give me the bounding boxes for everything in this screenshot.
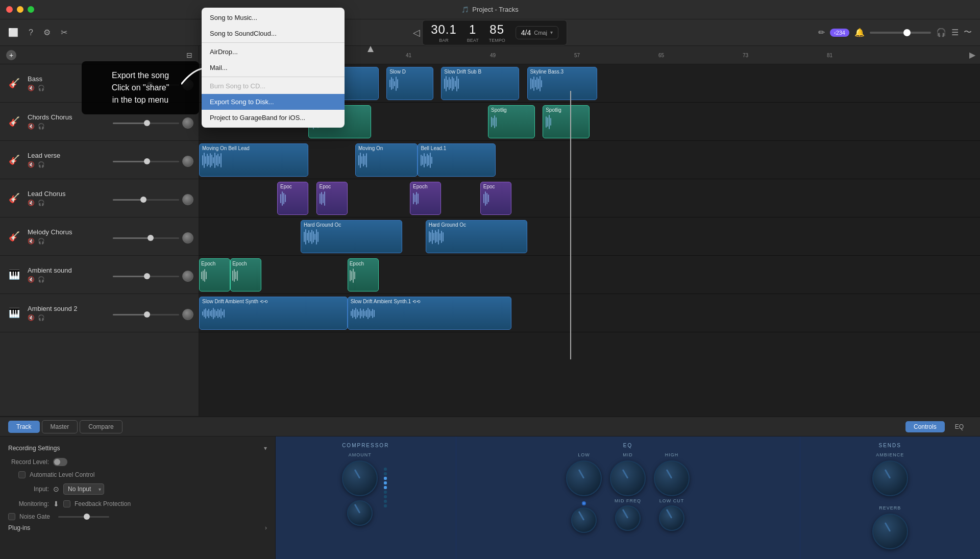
list-icon[interactable]: ☰ — [951, 28, 959, 37]
add-track-button[interactable]: + — [6, 50, 16, 60]
headphone-icon[interactable]: 🎧 — [38, 85, 45, 91]
clip[interactable]: Skyline Bass.3 — [527, 67, 598, 100]
clip[interactable]: Epoc — [277, 182, 308, 215]
headphone-icon[interactable]: 🎧 — [38, 314, 45, 321]
record-level-toggle[interactable] — [53, 458, 67, 466]
reverb-knob[interactable] — [872, 514, 908, 549]
clip[interactable]: Epoch — [348, 258, 379, 291]
track-item[interactable]: 🎸 Lead verse 🔇 🎧 — [0, 141, 199, 179]
level-slider-thumb[interactable] — [903, 29, 911, 36]
clip[interactable]: Slow Drift Sub B — [441, 67, 519, 100]
pan-knob[interactable] — [182, 194, 193, 205]
clip[interactable]: Epoch — [410, 182, 441, 215]
volume-slider[interactable] — [113, 161, 179, 162]
clip[interactable]: Slow D — [386, 67, 433, 100]
clip[interactable]: Spotlig — [488, 105, 535, 138]
compressor-amount-knob[interactable] — [342, 460, 378, 496]
track-item[interactable]: 🎸 Lead Chorus 🔇 🎧 — [0, 179, 199, 217]
pan-knob[interactable] — [182, 271, 193, 282]
input-icon[interactable]: ⊙ — [53, 485, 59, 493]
volume-slider[interactable] — [113, 237, 179, 239]
headphone-icon[interactable]: 🎧 — [38, 238, 45, 245]
back-icon[interactable]: ◁ — [413, 27, 420, 38]
waveform-icon[interactable]: 〜 — [964, 27, 972, 38]
compressor-small-knob[interactable] — [347, 500, 373, 526]
clip[interactable]: Moving On — [355, 143, 418, 177]
track-item[interactable]: 🎹 Ambient sound 2 🔇 🎧 — [0, 294, 199, 332]
scroll-right-icon[interactable]: ▶ — [965, 50, 980, 60]
mute-icon[interactable]: 🔇 — [28, 238, 35, 245]
tab-eq[interactable]: EQ — [947, 421, 972, 432]
clip[interactable]: Epoc — [480, 182, 511, 215]
clip[interactable]: Hard Ground Oc — [301, 220, 402, 253]
clip[interactable]: Moving On Bell Lead — [199, 143, 308, 177]
mute-icon[interactable]: 🔇 — [28, 161, 35, 168]
menu-item-export-disk[interactable]: Export Song to Disk... — [202, 94, 345, 110]
clip[interactable]: Slow Drift Ambient Synth ⟲⟲ — [199, 297, 348, 330]
volume-slider[interactable] — [113, 199, 179, 201]
clip[interactable]: Epoc — [316, 182, 348, 215]
feedback-checkbox[interactable] — [63, 500, 70, 507]
level-slider[interactable] — [870, 32, 931, 34]
library-icon[interactable]: ⬜ — [8, 28, 18, 37]
eq-high-knob[interactable] — [654, 460, 690, 496]
headphone-icon[interactable]: 🎧 — [38, 123, 45, 130]
menu-item-garageband-ios[interactable]: Project to GarageBand for iOS... — [202, 110, 345, 126]
eq-mid-knob[interactable] — [610, 460, 646, 496]
eq-low-knob[interactable] — [566, 460, 602, 496]
pan-knob[interactable] — [182, 79, 193, 90]
volume-slider[interactable] — [113, 84, 179, 86]
headphone-icon[interactable]: 🎧 — [38, 200, 45, 206]
mute-icon[interactable]: 🔇 — [28, 200, 35, 206]
track-item[interactable]: 🎸 Bass 🔇 🎧 — [0, 64, 199, 103]
auto-level-checkbox[interactable] — [18, 471, 26, 478]
pan-knob[interactable] — [182, 156, 193, 167]
clip[interactable]: Bell Lead.1 — [418, 143, 496, 177]
monitoring-icon[interactable]: ⬇ — [53, 500, 59, 508]
pan-knob[interactable] — [182, 309, 193, 320]
clip[interactable]: Spotlig — [543, 105, 590, 138]
tab-master[interactable]: Master — [42, 420, 78, 433]
bell-icon[interactable]: 🔔 — [854, 28, 865, 37]
menu-item-song-to-music[interactable]: Song to Music... — [202, 10, 345, 26]
clip[interactable]: Slow Drift Ambient Synth.1 ⟲⟲ — [348, 297, 511, 330]
input-select[interactable]: No Input — [63, 483, 104, 495]
tracks-settings-icon[interactable]: ⊟ — [186, 51, 192, 59]
help-icon[interactable]: ? — [29, 28, 33, 37]
noise-gate-slider[interactable] — [58, 516, 109, 518]
track-item[interactable]: 🎸 Chords Chorus 🔇 🎧 — [0, 103, 199, 141]
clip[interactable]: Epoch — [230, 258, 261, 291]
settings-icon[interactable]: ⚙ — [43, 28, 51, 37]
noise-gate-checkbox[interactable] — [8, 513, 15, 520]
menu-item-airdrop[interactable]: AirDrop... — [202, 44, 345, 60]
pan-knob[interactable] — [182, 117, 193, 129]
volume-slider[interactable] — [113, 123, 179, 124]
fullscreen-button[interactable] — [28, 6, 34, 13]
volume-slider[interactable] — [113, 276, 179, 277]
volume-slider[interactable] — [113, 314, 179, 315]
tab-controls[interactable]: Controls — [905, 421, 945, 432]
clip[interactable]: Hard Ground Oc — [426, 220, 527, 253]
time-signature[interactable]: 4/4 Cmaj ▾ — [516, 26, 558, 39]
brush-icon[interactable]: ✏ — [818, 28, 825, 37]
chevron-down-icon[interactable]: ▾ — [264, 445, 267, 452]
mute-icon[interactable]: 🔇 — [28, 276, 35, 283]
ambience-knob[interactable] — [872, 460, 908, 496]
menu-item-mail[interactable]: Mail... — [202, 60, 345, 76]
headphone-icon[interactable]: 🎧 — [936, 28, 946, 37]
chevron-right-icon[interactable]: › — [265, 524, 267, 531]
noise-gate-thumb[interactable] — [84, 514, 90, 520]
eq-mid-freq-knob[interactable] — [615, 505, 641, 531]
tab-track[interactable]: Track — [8, 421, 40, 433]
tab-compare[interactable]: Compare — [80, 420, 122, 433]
track-item[interactable]: 🎹 Ambient sound 🔇 🎧 — [0, 256, 199, 294]
mute-icon[interactable]: 🔇 — [28, 85, 35, 91]
minimize-button[interactable] — [17, 6, 23, 13]
clip[interactable]: Epoch — [199, 258, 230, 291]
pan-knob[interactable] — [182, 232, 193, 244]
headphone-icon[interactable]: 🎧 — [38, 161, 45, 168]
eq-low-cut-knob[interactable] — [571, 507, 597, 533]
eq-low-cut-knob2[interactable] — [659, 505, 684, 531]
menu-item-song-to-soundcloud[interactable]: Song to SoundCloud... — [202, 26, 345, 41]
mute-icon[interactable]: 🔇 — [28, 314, 35, 321]
